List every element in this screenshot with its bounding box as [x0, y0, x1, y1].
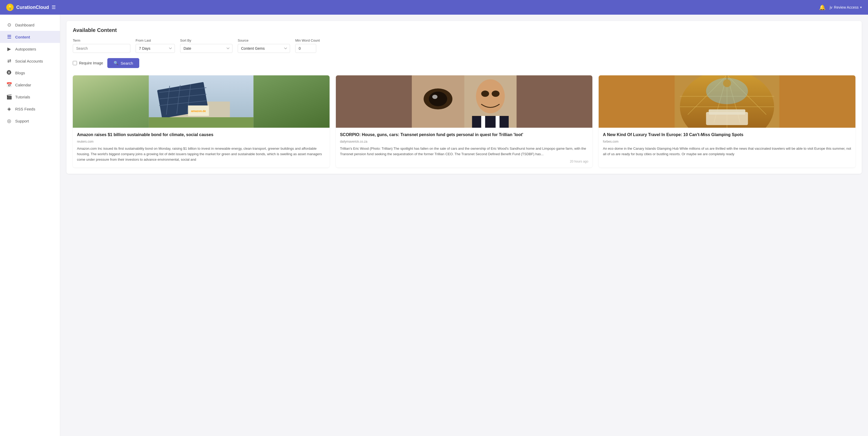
svg-point-20: [492, 91, 499, 97]
review-access-label: Review Access: [834, 5, 859, 9]
source-label: Source: [238, 38, 290, 42]
source-select[interactable]: Content GemsRSS FeedsAll: [238, 44, 290, 53]
card-source-card-3: forbes.com: [603, 140, 851, 144]
sidebar: ⊙ Dashboard ☰ Content ▶ Autoposters ⇄ So…: [0, 14, 60, 436]
min-word-count-input[interactable]: [295, 44, 316, 53]
card-card-3: A New Kind Of Luxury Travel In Europe: 1…: [599, 75, 856, 167]
svg-point-36: [723, 79, 731, 87]
card-title-card-2: SCORPIO: House, guns, cars: Transnet pen…: [340, 132, 588, 138]
sidebar-item-dashboard[interactable]: ⊙ Dashboard: [0, 19, 60, 31]
svg-rect-11: [149, 117, 253, 128]
svg-point-16: [432, 95, 437, 99]
sidebar-icon-calendar: 📅: [6, 82, 12, 88]
sidebar-label-content: Content: [15, 35, 30, 39]
svg-point-15: [429, 92, 447, 106]
from-last-filter-group: From Last 1 Day3 Days7 Days14 Days30 Day…: [135, 38, 175, 53]
header-left: 💡 CurationCloud ☰: [6, 4, 56, 11]
bell-icon[interactable]: 🔔: [819, 4, 826, 10]
sidebar-label-social-accounts: Social Accounts: [15, 59, 43, 63]
user-initials: jv: [830, 5, 832, 9]
app-title: CurationCloud: [16, 5, 49, 10]
top-header: 💡 CurationCloud ☰ 🔔 jv Review Access ▾: [0, 0, 868, 14]
svg-point-19: [481, 91, 489, 97]
main-layout: ⊙ Dashboard ☰ Content ▶ Autoposters ⇄ So…: [0, 14, 868, 436]
svg-point-18: [476, 79, 505, 113]
sidebar-icon-dashboard: ⊙: [6, 22, 12, 28]
search-icon: 🔍: [114, 61, 119, 65]
sidebar-item-support[interactable]: ◎ Support: [0, 115, 60, 127]
svg-rect-23: [496, 116, 499, 128]
require-image-checkbox[interactable]: [73, 61, 77, 65]
card-source-card-1: reuters.com: [77, 140, 326, 144]
sidebar-item-blogs[interactable]: 🅦 Blogs: [0, 67, 60, 79]
available-content-panel: Available Content Term From Last 1 Day3 …: [66, 21, 862, 174]
card-source-card-2: dailymaverick.co.za: [340, 140, 588, 144]
filter-row: Term From Last 1 Day3 Days7 Days14 Days3…: [73, 38, 856, 53]
sidebar-icon-rss-feeds: ◈: [6, 106, 12, 112]
term-filter-group: Term: [73, 38, 130, 53]
source-filter-group: Source Content GemsRSS FeedsAll: [238, 38, 290, 53]
card-card-1: amazon.de Amazon raises $1 billion susta…: [73, 75, 330, 167]
action-row: Require Image 🔍 Search: [73, 58, 856, 68]
card-excerpt-card-3: An eco dome in the Canary Islands Glampi…: [603, 146, 851, 157]
term-input[interactable]: [73, 44, 130, 53]
card-card-2: SCORPIO: House, guns, cars: Transnet pen…: [336, 75, 593, 167]
cards-grid: amazon.de Amazon raises $1 billion susta…: [73, 75, 856, 167]
card-image-card-1: amazon.de: [73, 75, 330, 128]
sidebar-label-blogs: Blogs: [15, 71, 25, 75]
sidebar-icon-tutorials: 🎬: [6, 94, 12, 100]
card-title-card-1: Amazon raises $1 billion sustainable bon…: [77, 132, 326, 138]
hamburger-icon[interactable]: ☰: [52, 4, 56, 10]
sidebar-item-content[interactable]: ☰ Content: [0, 31, 60, 43]
sidebar-item-rss-feeds[interactable]: ◈ RSS Feeds: [0, 103, 60, 115]
card-body-card-1: Amazon raises $1 billion sustainable bon…: [73, 128, 330, 167]
term-label: Term: [73, 38, 130, 42]
card-excerpt-card-2: Trillian's Eric Wood (Photo: Trillian) T…: [340, 146, 588, 157]
sidebar-item-social-accounts[interactable]: ⇄ Social Accounts: [0, 55, 60, 67]
card-image-card-3: [599, 75, 856, 128]
header-right: 🔔 jv Review Access ▾: [819, 4, 862, 10]
sidebar-item-autoposters[interactable]: ▶ Autoposters: [0, 43, 60, 55]
chevron-down-icon: ▾: [860, 5, 862, 9]
sidebar-icon-content: ☰: [6, 34, 12, 40]
from-last-select[interactable]: 1 Day3 Days7 Days14 Days30 Days: [135, 44, 175, 53]
sidebar-icon-support: ◎: [6, 118, 12, 124]
from-last-label: From Last: [135, 38, 175, 42]
svg-rect-34: [709, 110, 745, 115]
sidebar-item-calendar[interactable]: 📅 Calendar: [0, 79, 60, 91]
search-button[interactable]: 🔍 Search: [107, 58, 140, 68]
card-body-card-3: A New Kind Of Luxury Travel In Europe: 1…: [599, 128, 856, 161]
sidebar-label-support: Support: [15, 119, 29, 123]
card-title-card-3: A New Kind Of Luxury Travel In Europe: 1…: [603, 132, 851, 138]
card-body-card-2: SCORPIO: House, guns, cars: Transnet pen…: [336, 128, 593, 167]
card-excerpt-card-1: Amazon.com Inc issued its first sustaina…: [77, 146, 326, 162]
content-area: Available Content Term From Last 1 Day3 …: [60, 14, 868, 436]
sidebar-label-dashboard: Dashboard: [15, 23, 34, 27]
sidebar-item-tutorials[interactable]: 🎬 Tutorials: [0, 91, 60, 103]
require-image-label[interactable]: Require Image: [73, 61, 103, 65]
card-image-card-2: [336, 75, 593, 128]
sidebar-label-tutorials: Tutorials: [15, 95, 30, 99]
sidebar-label-calendar: Calendar: [15, 83, 31, 87]
sidebar-icon-autoposters: ▶: [6, 46, 12, 52]
sidebar-label-autoposters: Autoposters: [15, 47, 36, 51]
logo-icon: 💡: [6, 4, 13, 11]
svg-rect-22: [481, 116, 485, 128]
user-menu[interactable]: jv Review Access ▾: [830, 5, 862, 9]
svg-rect-21: [472, 116, 508, 128]
svg-text:amazon.de: amazon.de: [191, 110, 206, 113]
sidebar-icon-social-accounts: ⇄: [6, 58, 12, 64]
sort-by-select[interactable]: DateRelevanceShares: [180, 44, 232, 53]
sidebar-icon-blogs: 🅦: [6, 70, 12, 75]
min-word-count-label: Min Word Count: [295, 38, 320, 42]
min-word-count-group: Min Word Count: [295, 38, 320, 53]
card-timestamp-card-2: 20 hours ago: [340, 160, 588, 163]
sidebar-label-rss-feeds: RSS Feeds: [15, 107, 35, 111]
sort-by-label: Sort By: [180, 38, 232, 42]
panel-title: Available Content: [73, 27, 856, 33]
sort-by-filter-group: Sort By DateRelevanceShares: [180, 38, 232, 53]
